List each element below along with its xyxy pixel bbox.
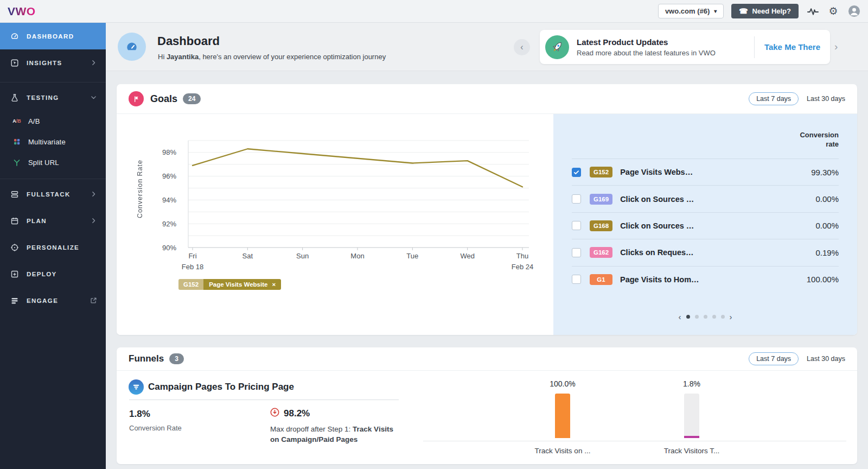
- goals-chart-zone: Conversion Rate 90%92%94%96%98%FriFeb 18…: [117, 114, 553, 335]
- sidebar-item-label: FULLSTACK: [27, 191, 71, 198]
- multivariate-icon: [12, 137, 22, 147]
- external-link-icon: [90, 297, 97, 304]
- sidebar-item-label: A/B: [28, 117, 40, 125]
- goal-row[interactable]: G162Clicks on Reques…0.19%: [572, 239, 839, 265]
- sidebar-item-split-url[interactable]: Split URL: [0, 152, 106, 173]
- series-name: Page Visits Website: [209, 281, 267, 288]
- svg-text:96%: 96%: [162, 172, 176, 180]
- svg-text:98%: 98%: [162, 148, 176, 156]
- banner-title: Latest Product Updates: [577, 37, 744, 47]
- take-me-there-link[interactable]: Take Me There: [764, 42, 820, 52]
- svg-text:90%: 90%: [162, 244, 176, 252]
- sidebar-item-multivariate[interactable]: Multivariate: [0, 131, 106, 152]
- sidebar-item-dashboard[interactable]: DASHBOARD: [0, 23, 106, 49]
- goal-checkbox[interactable]: [572, 248, 581, 257]
- sidebar-item-plan[interactable]: PLAN: [0, 207, 106, 234]
- goals-list-panel: Conversion rate G152Page Visits Webs…99.…: [553, 114, 857, 335]
- funnels-last-7-days-button[interactable]: Last 7 days: [749, 352, 799, 365]
- pagination-prev-icon[interactable]: ‹: [679, 313, 681, 321]
- goals-flag-icon: [129, 91, 144, 106]
- avatar-icon[interactable]: [847, 5, 860, 18]
- engage-icon: [10, 296, 20, 306]
- sidebar-item-label: DEPLOY: [27, 271, 57, 277]
- funnel-name[interactable]: Campaign Pages To Pricing Page: [148, 382, 294, 392]
- funnels-count-badge: 3: [169, 353, 184, 364]
- goal-id-badge: G168: [590, 220, 612, 231]
- pagination-dot[interactable]: [712, 315, 716, 319]
- sidebar-item-testing[interactable]: TESTING: [0, 84, 106, 111]
- svg-text:92%: 92%: [162, 220, 176, 228]
- sidebar-item-insights[interactable]: INSIGHTS: [0, 49, 106, 76]
- svg-text:Tue: Tue: [406, 252, 418, 260]
- goal-label: Clicks on Reques…: [620, 248, 815, 257]
- activity-pulse-icon[interactable]: [806, 5, 819, 18]
- account-selector[interactable]: vwo.com (#6) ▾: [658, 4, 724, 18]
- sidebar-item-personalize[interactable]: PERSONALIZE: [0, 234, 106, 261]
- goal-id-badge: G1: [590, 274, 612, 285]
- sidebar-item-deploy[interactable]: DEPLOY: [0, 261, 106, 287]
- goals-title: Goals: [150, 93, 177, 105]
- pagination-dot[interactable]: [704, 315, 707, 319]
- sidebar-divider: [0, 179, 106, 179]
- funnel-bar: [684, 394, 699, 438]
- greeting-text: Hi Jayantika, here's an overview of your…: [158, 53, 386, 61]
- goals-last-7-days-button[interactable]: Last 7 days: [749, 92, 799, 105]
- goal-row[interactable]: G169Click on Sources …0.00%: [572, 185, 839, 212]
- goal-checkbox[interactable]: [572, 194, 581, 204]
- banner-next-button[interactable]: ›: [834, 41, 838, 53]
- sidebar-item-label: Multivariate: [28, 138, 66, 146]
- funnel-step-value: 1.8%: [662, 379, 722, 388]
- goal-label: Page Visits Webs…: [620, 168, 811, 176]
- goal-checkbox-checked[interactable]: [572, 168, 581, 177]
- dashboard-gauge-icon: [118, 33, 146, 61]
- goal-row[interactable]: G1Page Visits to Hom…100.00%: [572, 266, 839, 293]
- svg-text:Mon: Mon: [350, 252, 364, 260]
- chevron-left-icon: ‹: [520, 42, 523, 52]
- svg-text:94%: 94%: [162, 196, 176, 204]
- svg-text:Feb 18: Feb 18: [182, 263, 203, 271]
- goal-id-badge: G169: [590, 194, 612, 205]
- page-title: Dashboard: [157, 34, 220, 48]
- pagination-next-icon[interactable]: ›: [730, 313, 732, 321]
- sidebar-item-label: Split URL: [28, 159, 59, 167]
- ab-icon: A/B: [12, 116, 22, 126]
- funnels-last-30-days-button[interactable]: Last 30 days: [807, 355, 845, 363]
- vwo-app: VWO vwo.com (#6) ▾ ☎ Need Help? ⚙ DASHBO…: [0, 0, 868, 469]
- goal-checkbox[interactable]: [572, 275, 581, 284]
- remove-series-icon[interactable]: ×: [272, 281, 276, 288]
- sidebar-item-label: PERSONALIZE: [27, 244, 79, 251]
- pagination-dot[interactable]: [695, 315, 699, 319]
- funnel-bar-chart: 100.0%Track Visits on ...1.8%Track Visit…: [423, 371, 846, 464]
- banner-prev-button[interactable]: ‹: [514, 39, 530, 55]
- fullstack-icon: [10, 189, 20, 199]
- pagination-dot[interactable]: [721, 315, 725, 319]
- funnel-step-value: 100.0%: [533, 379, 592, 388]
- svg-text:Fri: Fri: [188, 252, 196, 260]
- pagination-dot-active[interactable]: [686, 315, 690, 319]
- banner-subtitle: Read more about the latest features in V…: [577, 49, 744, 57]
- top-bar: VWO vwo.com (#6) ▾ ☎ Need Help? ⚙: [0, 0, 868, 23]
- vwo-logo: VWO: [8, 5, 36, 18]
- chevron-right-icon: [90, 217, 97, 224]
- need-help-button[interactable]: ☎ Need Help?: [731, 4, 799, 18]
- series-id-chip: G152: [178, 279, 203, 290]
- funnel-bar: [555, 394, 570, 438]
- sidebar-item-a-b[interactable]: A/BA/B: [0, 111, 106, 131]
- goal-conversion-rate: 0.00%: [815, 221, 839, 230]
- sidebar-item-fullstack[interactable]: FULLSTACK: [0, 181, 106, 207]
- sidebar-item-engage[interactable]: ENGAGE: [0, 287, 106, 314]
- personalize-icon: [10, 243, 20, 252]
- user-name: Jayantika: [167, 53, 199, 61]
- goal-conversion-rate: 100.00%: [807, 275, 839, 284]
- chevron-right-icon: [90, 59, 97, 66]
- sidebar-item-label: PLAN: [27, 218, 47, 224]
- goal-row[interactable]: G152Page Visits Webs…99.30%: [572, 159, 839, 185]
- chevron-right-icon: ›: [834, 41, 838, 52]
- funnel-conversion-label: Conversion Rate: [129, 424, 182, 432]
- page-header: Dashboard Hi Jayantika, here's an overvi…: [106, 23, 868, 71]
- goal-row[interactable]: G168Click on Sources …0.00%: [572, 212, 839, 239]
- goals-count-badge: 24: [183, 93, 201, 104]
- goal-checkbox[interactable]: [572, 221, 581, 230]
- gear-icon[interactable]: ⚙: [827, 5, 840, 18]
- goals-last-30-days-button[interactable]: Last 30 days: [807, 95, 845, 103]
